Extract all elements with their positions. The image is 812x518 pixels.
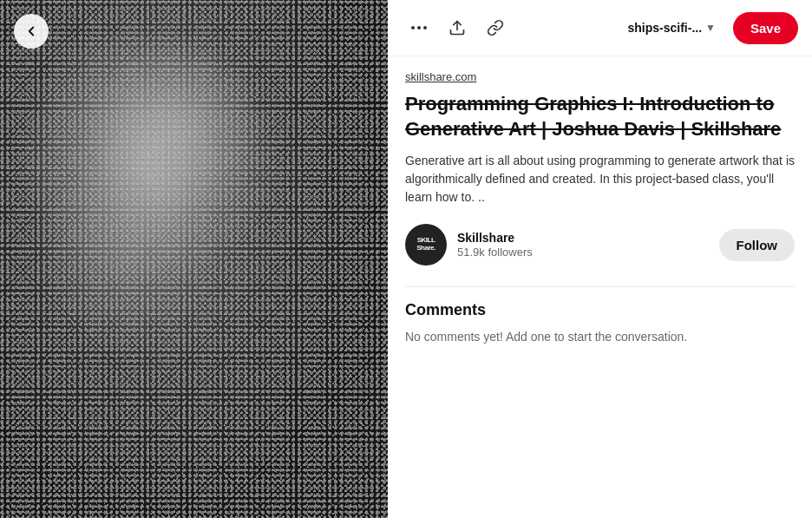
board-selector-button[interactable]: ships-scifi-... ▼: [617, 14, 725, 42]
pin-description: Generative art is all about using progra…: [405, 152, 795, 207]
image-panel: [0, 0, 388, 518]
follow-button[interactable]: Follow: [719, 229, 796, 261]
upload-button[interactable]: [440, 10, 475, 45]
pin-title: Programming Graphics I: Introduction to …: [405, 92, 795, 141]
dots-icon: [411, 26, 427, 30]
creator-name: Skillshare: [457, 231, 709, 245]
more-options-button[interactable]: [402, 10, 436, 45]
comments-title: Comments: [405, 301, 795, 319]
comments-section: Comments No comments yet! Add one to sta…: [405, 286, 795, 344]
skillshare-logo: SKILL Share.: [416, 237, 435, 252]
save-button[interactable]: Save: [733, 12, 798, 44]
back-button[interactable]: [14, 14, 49, 49]
chevron-down-icon: ▼: [705, 22, 716, 34]
upload-icon: [449, 19, 466, 36]
toolbar-right: ships-scifi-... ▼ Save: [617, 12, 798, 44]
board-name-label: ships-scifi-...: [627, 21, 702, 35]
creator-info: Skillshare 51.9k followers: [457, 231, 709, 259]
link-button[interactable]: [478, 10, 513, 45]
creator-followers: 51.9k followers: [457, 246, 709, 259]
pin-image: [0, 0, 388, 518]
no-comments-message: No comments yet! Add one to start the co…: [405, 330, 795, 344]
creator-row: SKILL Share. Skillshare 51.9k followers …: [405, 224, 795, 266]
source-link[interactable]: skillshare.com: [405, 70, 795, 83]
avatar-inner: SKILL Share.: [405, 224, 447, 266]
toolbar: ships-scifi-... ▼ Save: [388, 0, 812, 56]
detail-panel: ships-scifi-... ▼ Save skillshare.com Pr…: [388, 0, 812, 518]
content-area: skillshare.com Programming Graphics I: I…: [388, 56, 812, 518]
link-icon: [487, 19, 504, 36]
creator-avatar[interactable]: SKILL Share.: [405, 224, 447, 266]
toolbar-left: [402, 10, 513, 45]
